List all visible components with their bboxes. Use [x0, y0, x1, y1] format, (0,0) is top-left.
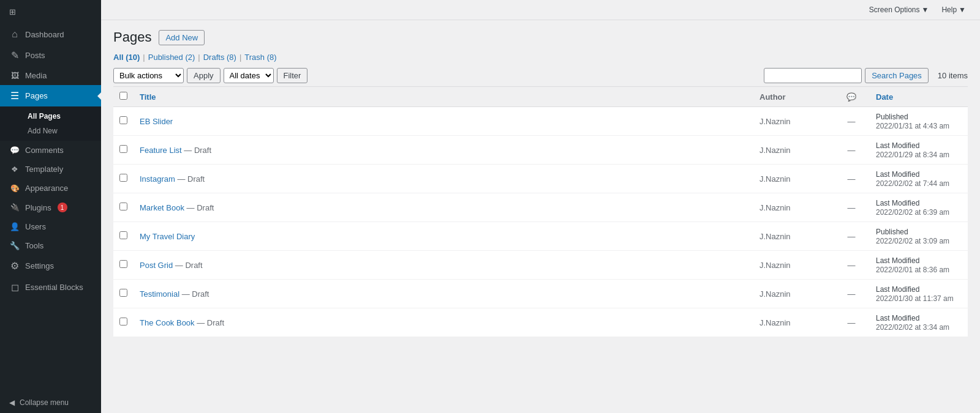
page-title-link[interactable]: Market Book [140, 203, 184, 212]
add-new-button[interactable]: Add New [159, 30, 205, 45]
col-comments: 💬 [833, 87, 870, 107]
comments-icon: 💬 [9, 146, 20, 155]
sep1: | [143, 53, 145, 62]
sidebar-sub-all-pages[interactable]: All Pages [21, 109, 101, 124]
page-author: J.Naznin [753, 308, 833, 337]
collapse-label: Collapse menu [20, 398, 69, 407]
date-status: Last Modified [876, 256, 919, 265]
tools-icon: 🔧 [9, 241, 20, 250]
page-title-link[interactable]: Instagram [140, 174, 175, 184]
search-pages-button[interactable]: Search Pages [865, 68, 929, 83]
page-comments: — [833, 107, 870, 136]
sidebar-item-posts[interactable]: ✎ Posts [0, 45, 101, 66]
search-area: Search Pages 10 items [764, 68, 968, 83]
sidebar-item-tools[interactable]: 🔧 Tools [0, 236, 101, 255]
sidebar-item-comments[interactable]: 💬 Comments [0, 141, 101, 160]
sidebar-item-media[interactable]: 🖼 Media [0, 66, 101, 85]
table-row: Market Book — DraftJ.Naznin—Last Modifie… [113, 193, 968, 222]
page-title-link[interactable]: Testimonial [140, 289, 179, 299]
row-checkbox[interactable] [119, 260, 127, 268]
sidebar-item-label: Tools [25, 241, 43, 250]
sidebar-item-appearance[interactable]: 🎨 Appearance [0, 179, 101, 198]
page-header: Pages Add New [113, 29, 968, 45]
page-date: Last Modified2022/01/30 at 11:37 am [870, 280, 968, 308]
comment-col-icon: 💬 [846, 92, 856, 102]
main-content: Screen Options ▼ Help ▼ Pages Add New Al… [101, 0, 980, 413]
draft-label: — Draft [179, 289, 209, 299]
appearance-icon: 🎨 [9, 184, 20, 193]
page-comments: — [833, 165, 870, 193]
filter-button[interactable]: Filter [277, 68, 308, 83]
page-title-link[interactable]: Post Grid [140, 261, 173, 270]
help-arrow-icon: ▼ [959, 6, 966, 14]
date-status: Last Modified [876, 314, 919, 322]
select-all-col [113, 87, 134, 107]
date-status: Published [876, 228, 908, 236]
page-comments: — [833, 280, 870, 308]
table-row: The Cook Book — DraftJ.Naznin—Last Modif… [113, 308, 968, 337]
page-comments: — [833, 193, 870, 222]
page-title-link[interactable]: The Cook Book [140, 318, 195, 327]
help-label: Help [941, 6, 957, 14]
sidebar-logo[interactable]: ⊞ [0, 0, 101, 24]
collapse-menu[interactable]: ◀ Collapse menu [0, 392, 101, 413]
pages-table: Title Author 💬 Date EB SliderJ.Naznin—Pu… [113, 86, 968, 337]
help-button[interactable]: Help ▼ [937, 4, 971, 16]
sidebar-item-users[interactable]: 👤 Users [0, 217, 101, 236]
screen-options-button[interactable]: Screen Options ▼ [864, 4, 934, 16]
table-row: Instagram — DraftJ.Naznin—Last Modified2… [113, 165, 968, 193]
dashboard-icon: ⌂ [9, 29, 20, 40]
page-date: Published2022/01/31 at 4:43 am [870, 107, 968, 136]
search-input[interactable] [764, 68, 862, 83]
row-checkbox[interactable] [119, 116, 127, 124]
row-checkbox[interactable] [119, 174, 127, 182]
dates-select[interactable]: All dates [224, 68, 274, 83]
row-checkbox[interactable] [119, 318, 127, 326]
page-comments: — [833, 136, 870, 165]
sidebar-item-dashboard[interactable]: ⌂ Dashboard [0, 24, 101, 45]
page-author: J.Naznin [753, 107, 833, 136]
page-author: J.Naznin [753, 222, 833, 251]
sidebar-item-label: Comments [25, 146, 64, 155]
sidebar-sub-add-new[interactable]: Add New [21, 124, 101, 138]
page-author: J.Naznin [753, 280, 833, 308]
date-value: 2022/01/31 at 4:43 am [876, 122, 949, 130]
page-title-link[interactable]: EB Slider [140, 117, 173, 126]
sidebar-item-essential-blocks[interactable]: ◻ Essential Blocks [0, 277, 101, 298]
page-author: J.Naznin [753, 165, 833, 193]
sidebar-item-plugins[interactable]: 🔌 Plugins 1 [0, 198, 101, 217]
date-value: 2022/02/02 at 7:44 am [876, 179, 949, 188]
filter-link-published[interactable]: Published (2) [148, 53, 195, 62]
date-status: Last Modified [876, 170, 919, 179]
row-checkbox[interactable] [119, 289, 127, 297]
sidebar-item-label: Posts [25, 51, 45, 60]
filter-link-all[interactable]: All (10) [113, 53, 140, 62]
draft-label: — Draft [184, 203, 214, 212]
filter-link-drafts[interactable]: Drafts (8) [203, 53, 236, 62]
sidebar-item-label: Essential Blocks [25, 283, 83, 292]
table-row: Feature List — DraftJ.Naznin—Last Modifi… [113, 136, 968, 165]
sep3: | [239, 53, 241, 62]
col-date[interactable]: Date [870, 87, 968, 107]
sidebar-item-templately[interactable]: ❖ Templately [0, 160, 101, 179]
date-status: Last Modified [876, 141, 919, 150]
sidebar-item-settings[interactable]: ⚙ Settings [0, 255, 101, 277]
page-comments: — [833, 308, 870, 337]
page-title-link[interactable]: My Travel Diary [140, 232, 195, 241]
apply-button[interactable]: Apply [187, 68, 221, 83]
templately-icon: ❖ [9, 165, 20, 174]
sidebar-item-pages[interactable]: ☰ Pages [0, 85, 101, 106]
page-author: J.Naznin [753, 193, 833, 222]
bulk-actions-select[interactable]: Bulk actions Edit Move to Trash [113, 68, 184, 83]
date-value: 2022/02/02 at 6:39 am [876, 208, 949, 217]
date-value: 2022/01/30 at 11:37 am [876, 294, 954, 303]
row-checkbox[interactable] [119, 145, 127, 153]
date-status: Published [876, 113, 908, 121]
filter-link-trash[interactable]: Trash (8) [244, 53, 276, 62]
page-title-link[interactable]: Feature List [140, 146, 182, 155]
row-checkbox[interactable] [119, 231, 127, 239]
select-all-checkbox[interactable] [119, 92, 127, 100]
row-checkbox[interactable] [119, 203, 127, 210]
essential-blocks-icon: ◻ [9, 281, 20, 293]
col-title[interactable]: Title [134, 87, 753, 107]
